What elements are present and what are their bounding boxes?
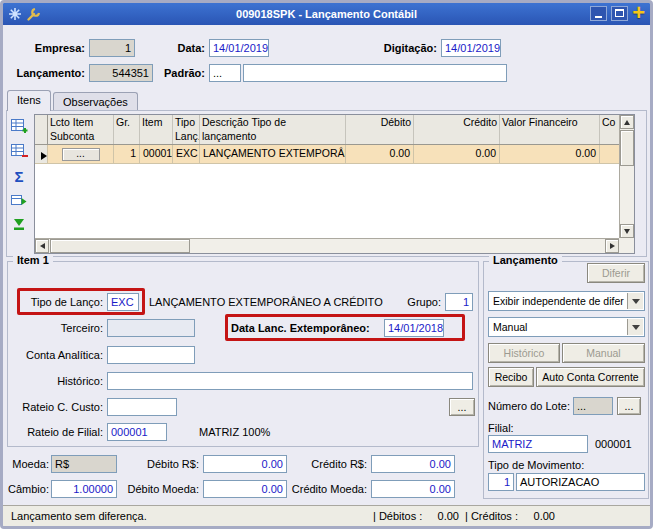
tipo-movimento-code-field[interactable]: 1 xyxy=(488,473,514,491)
data-ext-label: Data Lanc. Extemporâneo: xyxy=(231,322,370,336)
historico-button[interactable]: Histórico xyxy=(488,343,560,363)
col-header-subconta[interactable]: Lcto Item Subconta xyxy=(48,115,114,144)
terceiro-field[interactable] xyxy=(107,319,195,337)
modo-value: Manual xyxy=(493,321,626,333)
grupo-field[interactable]: 1 xyxy=(445,293,473,311)
chevron-down-icon xyxy=(632,299,640,304)
empresa-field[interactable]: 1 xyxy=(89,39,135,57)
cambio-label: Câmbio: xyxy=(7,483,49,497)
conta-analitica-field[interactable] xyxy=(107,346,195,364)
col-header-debito[interactable]: Débito xyxy=(346,115,414,144)
historico-label: Histórico: xyxy=(47,375,103,389)
wrench-icon[interactable] xyxy=(26,6,42,22)
rateio-custo-ellipsis-button[interactable]: ... xyxy=(449,398,475,416)
subconta-ellipsis-button[interactable]: ... xyxy=(62,148,100,161)
col-header-valor-financeiro[interactable]: Valor Financeiro xyxy=(500,115,600,144)
row-marker-cell xyxy=(35,145,48,164)
exibir-diferidos-combobox[interactable]: Exibir independente de difer xyxy=(488,291,645,311)
add-item-icon[interactable] xyxy=(10,117,28,135)
cell-debito[interactable]: 0.00 xyxy=(346,145,414,164)
app-icon xyxy=(7,6,23,22)
tipo-movimento-desc-field[interactable]: AUTORIZACAO xyxy=(516,473,645,491)
delete-item-icon[interactable] xyxy=(10,142,28,160)
data-field[interactable]: 14/01/2019 xyxy=(209,39,269,57)
data-ext-field[interactable]: 14/01/2018 xyxy=(384,319,444,337)
modo-combobox[interactable]: Manual xyxy=(488,317,645,337)
col-header-descricao[interactable]: Descrição Tipo de lançamento xyxy=(200,115,346,144)
rateio-filial-field[interactable]: 000001 xyxy=(107,423,167,441)
grid-row-selected[interactable]: ... 1 00001 EXC LANÇAMENTO EXTEMPORÂNE 0… xyxy=(35,145,634,164)
dropdown-button[interactable] xyxy=(627,293,643,309)
cell-gr[interactable]: 1 xyxy=(114,145,140,164)
cambio-field[interactable]: 1.00000 xyxy=(51,480,117,498)
debito-moeda-label: Débito Moeda: xyxy=(123,483,199,497)
col-header-gr[interactable]: Gr. xyxy=(114,115,140,144)
tipo-lancto-desc: LANÇAMENTO EXTEMPORÂNEO A CRÉDITO xyxy=(149,296,383,310)
cell-tipo[interactable]: EXC xyxy=(173,145,200,164)
data-label: Data: xyxy=(169,42,205,56)
digitacao-field[interactable]: 14/01/2019 xyxy=(441,39,501,57)
debito-rs-field[interactable]: 0.00 xyxy=(203,455,287,473)
status-bar: Lançamento sem diferença. | Débitos : 0.… xyxy=(3,505,650,526)
status-message: Lançamento sem diferença. xyxy=(11,510,147,524)
credito-moeda-label: Crédito Moeda: xyxy=(287,483,367,497)
grid-vertical-scrollbar[interactable] xyxy=(619,115,634,238)
rateio-custo-field[interactable] xyxy=(107,398,177,416)
numero-lote-label: Número do Lote: xyxy=(488,400,570,414)
recibo-button[interactable]: Recibo xyxy=(488,367,534,387)
credito-rs-field[interactable]: 0.00 xyxy=(371,455,455,473)
scroll-right-button[interactable] xyxy=(605,239,619,253)
last-record-icon[interactable] xyxy=(10,215,28,233)
close-button[interactable]: + xyxy=(632,5,645,21)
minimize-button[interactable] xyxy=(590,6,607,21)
horizontal-scroll-thumb[interactable] xyxy=(50,239,190,253)
col-header-tipo[interactable]: Tipo Lanç. xyxy=(173,115,200,144)
scroll-up-button[interactable] xyxy=(620,115,634,129)
tab-observacoes[interactable]: Observações xyxy=(53,92,138,110)
col-header-credito[interactable]: Crédito xyxy=(414,115,500,144)
credito-moeda-field[interactable]: 0.00 xyxy=(371,480,455,498)
moeda-field[interactable]: R$ xyxy=(51,455,117,473)
creditos-value: 0.00 xyxy=(521,510,555,524)
filial-field[interactable]: MATRIZ xyxy=(488,435,588,453)
rateio-filial-desc: MATRIZ 100% xyxy=(199,426,270,440)
grid-horizontal-scrollbar[interactable] xyxy=(35,238,619,253)
transfer-icon[interactable] xyxy=(10,192,28,210)
scroll-left-button[interactable] xyxy=(35,239,49,253)
padrao-code-field[interactable]: ... xyxy=(209,64,241,82)
numero-lote-ellipsis-button[interactable]: ... xyxy=(617,397,641,415)
rateio-filial-label: Rateio de Filial: xyxy=(19,426,103,440)
moeda-label: Moeda: xyxy=(7,458,49,472)
cell-credito[interactable]: 0.00 xyxy=(414,145,500,164)
debitos-value: 0.00 xyxy=(427,510,459,524)
titlebar[interactable]: 009018SPK - Lançamento Contábil + xyxy=(3,3,650,25)
minimize-icon xyxy=(595,16,602,18)
manual-button[interactable]: Manual xyxy=(562,343,645,363)
lancamento-field[interactable]: 544351 xyxy=(89,64,153,82)
maximize-button[interactable] xyxy=(611,6,628,21)
lancamento-label: Lançamento: xyxy=(9,67,85,81)
conta-analitica-label: Conta Analítica: xyxy=(23,349,103,363)
numero-lote-field[interactable]: ... xyxy=(573,397,613,415)
items-grid[interactable]: Lcto Item Subconta Gr. Item Tipo Lanç. D… xyxy=(34,114,635,254)
creditos-label: | Créditos : xyxy=(465,510,518,524)
historico-field[interactable] xyxy=(107,372,473,390)
padrao-label: Padrão: xyxy=(159,67,205,81)
cell-item[interactable]: 00001 xyxy=(140,145,173,164)
padrao-desc-field[interactable] xyxy=(243,64,507,82)
tipo-lancto-field[interactable]: EXC xyxy=(107,293,139,311)
digitacao-label: Digitação: xyxy=(379,42,437,56)
debito-moeda-field[interactable]: 0.00 xyxy=(203,480,287,498)
cell-valor-financeiro[interactable]: 0.00 xyxy=(500,145,600,164)
vertical-scroll-thumb[interactable] xyxy=(620,130,634,166)
lancamento-groupbox-title: Lançamento xyxy=(489,254,562,267)
col-header-item[interactable]: Item xyxy=(140,115,173,144)
diferir-button[interactable]: Diferir xyxy=(587,263,645,283)
dropdown-button[interactable] xyxy=(627,319,643,335)
scroll-down-button[interactable] xyxy=(620,224,634,238)
tab-itens[interactable]: Itens xyxy=(7,90,51,111)
terceiro-label: Terceiro: xyxy=(51,322,103,336)
auto-conta-corrente-button[interactable]: Auto Conta Corrente xyxy=(536,367,645,387)
sum-icon[interactable]: Σ xyxy=(10,167,28,185)
cell-descricao[interactable]: LANÇAMENTO EXTEMPORÂNE xyxy=(200,145,346,164)
